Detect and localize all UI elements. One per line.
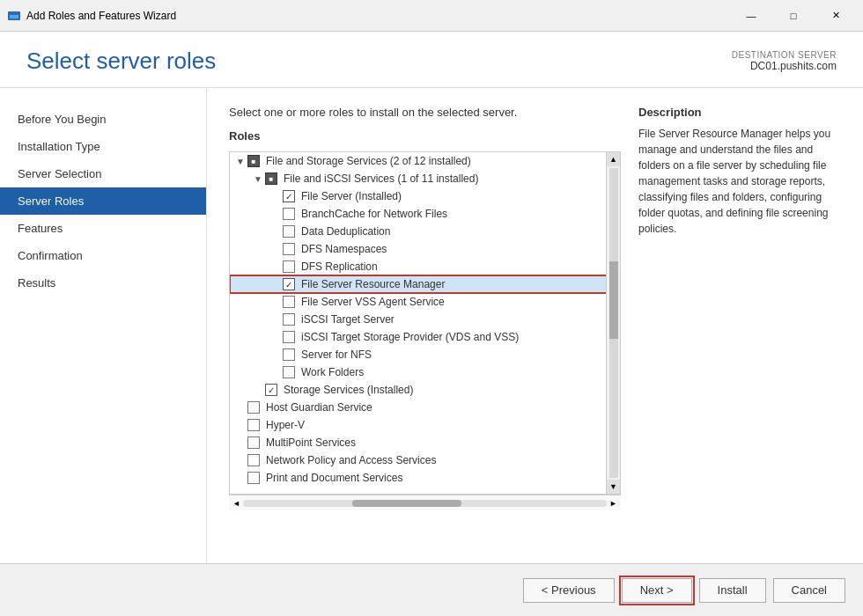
tree-checkbox[interactable] [247,401,260,414]
tree-item[interactable]: Hyper-V [230,416,620,434]
tree-item[interactable]: DFS Namespaces [230,240,620,258]
expand-icon [269,224,283,238]
tree-item-label: Storage Services (Installed) [282,384,413,396]
tree-item-label: iSCSI Target Server [299,313,395,326]
tree-checkbox[interactable] [283,190,295,202]
expand-icon [269,330,283,344]
tree-checkbox[interactable] [247,472,260,484]
tree-checkbox[interactable] [283,225,295,238]
tree-item-label: BranchCache for Network Files [299,208,447,220]
description-text: File Server Resource Manager helps you m… [638,126,841,237]
maximize-button[interactable]: □ [773,4,814,28]
tree-item-label: Hyper-V [264,419,305,431]
tree-checkbox[interactable] [283,208,295,220]
window-title: Add Roles and Features Wizard [26,10,731,22]
h-scroll-track [243,500,607,507]
tree-checkbox[interactable] [283,313,295,326]
next-button[interactable]: Next > [622,578,692,603]
scroll-up-button[interactable]: ▲ [607,152,620,166]
tree-item-label: DFS Namespaces [299,243,387,255]
roles-tree[interactable]: ▼File and Storage Services (2 of 12 inst… [229,151,621,495]
tree-checkbox[interactable] [247,419,260,431]
tree-checkbox[interactable] [283,260,295,273]
tree-item-label: File Server Resource Manager [299,278,445,290]
tree-item[interactable]: File Server Resource Manager [230,275,620,293]
tree-checkbox[interactable] [265,172,277,185]
roles-label: Roles [229,129,621,143]
tree-item[interactable]: Print and Document Services [230,469,620,487]
tree-checkbox[interactable] [283,348,295,361]
tree-checkbox[interactable] [283,366,295,378]
tree-item-label: iSCSI Target Storage Provider (VDS and V… [299,331,519,343]
page-header: Select server roles DESTINATION SERVER D… [0,32,863,88]
expand-icon [269,260,283,274]
horizontal-scrollbar[interactable]: ◄ ► [229,495,621,510]
minimize-button[interactable]: — [731,4,771,28]
expand-icon [269,242,283,256]
tree-item[interactable]: iSCSI Target Storage Provider (VDS and V… [230,328,620,346]
scroll-left-button[interactable]: ◄ [232,499,240,508]
tree-item[interactable]: Server for NFS [230,346,620,363]
tree-checkbox[interactable] [247,454,260,466]
tree-checkbox[interactable] [265,384,277,396]
tree-item[interactable]: ▼File and Storage Services (2 of 12 inst… [230,152,620,170]
tree-item-label: Host Guardian Service [264,401,372,414]
sidebar-item-results[interactable]: Results [0,269,206,297]
scroll-down-button[interactable]: ▼ [607,480,620,494]
page-title: Select server roles [26,48,216,75]
sidebar-item-confirmation[interactable]: Confirmation [0,242,206,269]
tree-item-label: File Server (Installed) [299,190,402,202]
sidebar-item-features[interactable]: Features [0,215,206,242]
expand-icon [269,189,283,203]
destination-label: DESTINATION SERVER [732,50,837,60]
expand-icon [269,207,283,221]
tree-item[interactable]: Network Policy and Access Services [230,451,620,469]
title-bar: Add Roles and Features Wizard — □ ✕ [0,0,863,32]
tree-checkbox[interactable] [247,436,260,449]
tree-checkbox[interactable] [283,243,295,255]
sidebar: Before You Begin Installation Type Serve… [0,88,207,563]
tree-item-label: File and Storage Services (2 of 12 insta… [264,155,471,167]
tree-item[interactable]: File Server (Installed) [230,187,620,205]
content-panel: Select one or more roles to install on t… [207,88,863,563]
expand-icon [233,471,247,485]
tree-item-label: File and iSCSI Services (1 of 11 install… [282,172,478,185]
tree-item[interactable]: Host Guardian Service [230,399,620,416]
tree-item[interactable]: MultiPoint Services [230,434,620,451]
tree-item[interactable]: File Server VSS Agent Service [230,293,620,311]
sidebar-item-server-selection[interactable]: Server Selection [0,160,206,187]
tree-item[interactable]: Data Deduplication [230,223,620,240]
tree-item-label: Print and Document Services [264,472,402,484]
cancel-button[interactable]: Cancel [773,578,845,603]
expand-icon[interactable]: ▼ [233,154,247,168]
tree-checkbox[interactable] [283,296,295,308]
install-button[interactable]: Install [699,578,766,603]
sidebar-item-server-roles[interactable]: Server Roles [0,187,206,215]
expand-icon [269,312,283,326]
vertical-scrollbar[interactable]: ▲ ▼ [606,152,620,494]
tree-checkbox[interactable] [283,278,295,290]
scroll-right-button[interactable]: ► [609,499,617,508]
tree-item-label: Data Deduplication [299,225,390,238]
tree-item-label: Network Policy and Access Services [264,454,436,466]
tree-item[interactable]: iSCSI Target Server [230,311,620,328]
tree-item[interactable]: ▼File and iSCSI Services (1 of 11 instal… [230,170,620,187]
expand-icon[interactable]: ▼ [251,172,265,186]
close-button[interactable]: ✕ [815,4,856,28]
sidebar-item-before-you-begin[interactable]: Before You Begin [0,106,206,133]
sidebar-item-installation-type[interactable]: Installation Type [0,133,206,160]
tree-checkbox[interactable] [247,155,260,167]
expand-icon [251,383,265,397]
tree-checkbox[interactable] [283,331,295,343]
expand-icon [233,400,247,414]
tree-item[interactable]: Work Folders [230,363,620,381]
svg-rect-2 [10,13,18,15]
tree-item[interactable]: DFS Replication [230,258,620,275]
wizard-window: Add Roles and Features Wizard — □ ✕ Sele… [0,0,863,616]
tree-item[interactable]: BranchCache for Network Files [230,205,620,223]
expand-icon [269,277,283,291]
destination-name: DC01.pushits.com [732,60,837,72]
previous-button[interactable]: < Previous [523,578,615,603]
tree-item[interactable]: Storage Services (Installed) [230,381,620,399]
footer: < Previous Next > Install Cancel [0,563,863,616]
